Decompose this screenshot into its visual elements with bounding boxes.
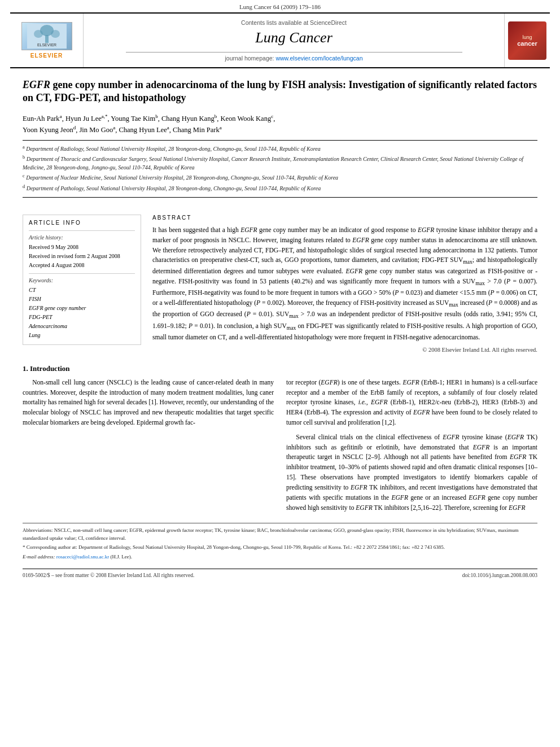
header-divider [126,52,462,53]
issn-text: 0169-5002/$ – see front matter © 2008 El… [23,573,194,578]
info-divider-1 [29,230,135,231]
intro-two-col: Non-small cell lung cancer (NSCLC) is th… [23,378,537,518]
svg-point-3 [34,30,43,38]
article-info-column: ARTICLE INFO Article history: Received 9… [23,215,141,355]
keyword-egfr: EGFR gene copy number [29,304,135,313]
keyword-fdg: FDG-PET [29,313,135,322]
keyword-adeno: Adenocarcinoma [29,322,135,331]
journal-title-section: Contents lists available at ScienceDirec… [84,14,505,67]
svg-point-4 [51,30,60,38]
svg-rect-2 [45,35,49,43]
intro-right-col: tor receptor (EGFR) is one of these targ… [286,378,537,518]
authors-line: Eun-Ah Parka, Hyun Ju Leea,*, Young Tae … [23,113,537,136]
citation-text: Lung Cancer 64 (2009) 179–186 [239,3,321,10]
article-info-box: ARTICLE INFO Article history: Received 9… [23,215,141,345]
received-date: Received 9 May 2008 [29,243,135,252]
elsevier-tree-logo: ELSEVIER [21,22,72,50]
elsevier-logo-section: ELSEVIER ELSEVIER [10,14,84,67]
article-content: EGFR gene copy number in adenocarcinoma … [0,68,560,578]
intro-left-col: Non-small cell lung cancer (NSCLC) is th… [23,378,274,518]
svg-text:ELSEVIER: ELSEVIER [37,43,56,47]
journal-title: Lung Cancer [255,29,333,46]
logo-bottom-text: cancer [517,40,537,47]
received-revised-date: Received in revised form 2 August 2008 [29,252,135,261]
doi-text: doi:10.1016/j.lungcan.2008.08.003 [462,573,537,578]
abbreviations: Abbreviations: NSCLC, non-small cell lun… [23,527,537,542]
keyword-lung: Lung [29,331,135,340]
lung-cancer-logo-section: lung cancer [505,14,550,67]
info-abstract-section: ARTICLE INFO Article history: Received 9… [23,215,537,355]
affiliation-c: c Department of Nuclear Medicine, Seoul … [23,173,537,182]
affiliation-a: a Department of Radiology, Seoul Nationa… [23,144,537,153]
elsevier-logo: ELSEVIER ELSEVIER [21,22,72,59]
title-section: EGFR gene copy number in adenocarcinoma … [23,68,537,209]
homepage-line: journal homepage: www.elsevier.com/locat… [225,55,363,62]
affiliation-d: d Department of Pathology, Seoul Nationa… [23,184,537,193]
page-wrapper: Lung Cancer 64 (2009) 179–186 ELSEVIER E [0,0,560,578]
info-divider-2 [29,273,135,274]
lung-cancer-logo: lung cancer [508,21,546,60]
history-label: Article history: [29,234,135,241]
journal-citation: Lung Cancer 64 (2009) 179–186 [0,0,560,12]
journal-header: ELSEVIER ELSEVIER Contents lists availab… [10,12,550,68]
corresponding-author: * Corresponding author at: Department of… [23,544,537,552]
email-link[interactable]: rosaceci@radiol.snu.ac.kr [56,554,110,560]
introduction-section: 1. Introduction Non-small cell lung canc… [23,364,537,518]
contents-text: Contents lists available at ScienceDirec… [241,19,347,26]
email-address: E-mail address: rosaceci@radiol.snu.ac.k… [23,553,537,561]
affiliations: a Department of Radiology, Seoul Nationa… [23,140,537,198]
bottom-bar: 0169-5002/$ – see front matter © 2008 El… [23,569,537,578]
keyword-fish: FISH [29,295,135,304]
homepage-link[interactable]: www.elsevier.com/locate/lungcan [275,55,362,62]
abstract-column: ABSTRACT It has been suggested that a hi… [152,215,537,355]
copyright-line: © 2008 Elsevier Ireland Ltd. All rights … [152,346,537,355]
contents-line: Contents lists available at ScienceDirec… [241,19,347,26]
intro-heading: 1. Introduction [23,364,537,373]
logo-top-text: lung [522,34,532,40]
article-info-heading: ARTICLE INFO [29,220,135,226]
keyword-ct: CT [29,286,135,295]
abstract-heading: ABSTRACT [152,215,537,221]
affiliation-b: b Department of Thoracic and Cardiovascu… [23,154,537,172]
abstract-text: It has been suggested that a high EGFR g… [152,225,537,355]
accepted-date: Accepted 4 August 2008 [29,261,135,270]
footnotes-section: Abbreviations: NSCLC, non-small cell lun… [23,523,537,561]
keywords-label: Keywords: [29,277,135,283]
elsevier-text: ELSEVIER [30,53,63,59]
article-title: EGFR gene copy number in adenocarcinoma … [23,78,537,105]
